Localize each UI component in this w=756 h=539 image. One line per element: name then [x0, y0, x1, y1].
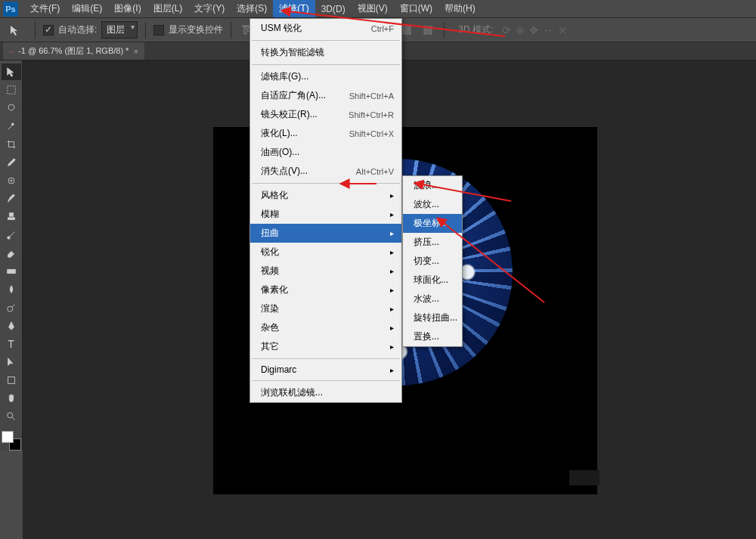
shape-tool[interactable]: [2, 372, 21, 389]
distort-submenu: 波浪... 波纹... 极坐标... 挤压... 切变... 球面化... 水波…: [402, 175, 463, 347]
filter-vanishing-point[interactable]: 消失点(V)...Alt+Ctrl+V: [250, 162, 401, 181]
filter-last[interactable]: USM 锐化 Ctrl+F: [250, 19, 401, 38]
divider: [35, 22, 36, 39]
filter-convert-smart[interactable]: 转换为智能滤镜: [250, 43, 401, 62]
distort-displace[interactable]: 置换...: [403, 327, 462, 346]
svg-rect-27: [7, 86, 15, 94]
close-tab-icon[interactable]: ×: [133, 47, 138, 56]
zoom-3d-icon[interactable]: ⤧: [558, 24, 567, 36]
healing-tool[interactable]: [2, 172, 21, 189]
pan-3d-icon[interactable]: ✥: [529, 24, 538, 36]
svg-rect-32: [7, 269, 15, 273]
distort-shear[interactable]: 切变...: [403, 252, 462, 271]
menu-3d[interactable]: 3D(D): [315, 2, 352, 17]
show-transform-label: 显示变换控件: [169, 23, 223, 36]
svg-point-31: [7, 237, 10, 240]
gradient-tool[interactable]: [2, 263, 21, 280]
slide-3d-icon[interactable]: ↔: [543, 24, 553, 36]
menu-filter[interactable]: 滤镜(T): [273, 0, 314, 17]
svg-rect-34: [8, 377, 14, 384]
filter-video[interactable]: 视频: [250, 262, 401, 280]
menu-type[interactable]: 文字(Y): [188, 0, 231, 17]
eyedropper-tool[interactable]: [2, 154, 21, 171]
filter-digimarc[interactable]: Digimarc: [250, 361, 401, 378]
show-transform-checkbox[interactable]: [153, 25, 164, 36]
blur-tool[interactable]: [2, 281, 21, 298]
mode3d-icons: ⟳ ⊕ ✥ ↔ ⤧: [502, 24, 567, 36]
filter-stylize[interactable]: 风格化: [250, 186, 401, 205]
document-tab[interactable]: ·· -1 @ 66.7% (图层 1, RGB/8) * ×: [3, 42, 144, 60]
menu-help[interactable]: 帮助(H): [438, 0, 482, 17]
menu-layer[interactable]: 图层(L): [147, 0, 189, 17]
doc-tab-title: -1 @ 66.7% (图层 1, RGB/8) *: [18, 45, 129, 57]
roll-3d-icon[interactable]: ⊕: [516, 24, 525, 36]
canvas-shadow: [569, 470, 600, 485]
divider: [145, 22, 146, 39]
type-tool[interactable]: T: [2, 336, 21, 352]
divider: [444, 22, 445, 39]
doc-tab-indicator: ··: [9, 47, 14, 56]
filter-other[interactable]: 其它: [250, 337, 401, 356]
menu-edit[interactable]: 编辑(E): [66, 0, 108, 17]
menu-select[interactable]: 选择(S): [231, 0, 273, 17]
marquee-tool[interactable]: [2, 82, 21, 98]
svg-rect-25: [424, 29, 432, 31]
menubar: Ps 文件(F) 编辑(E) 图像(I) 图层(L) 文字(Y) 选择(S) 滤…: [0, 0, 756, 18]
filter-lens-correction[interactable]: 镜头校正(R)...Shift+Ctrl+R: [250, 105, 401, 124]
brush-tool[interactable]: [2, 191, 21, 207]
tools-panel: T: [0, 60, 23, 451]
filter-sharpen[interactable]: 锐化: [250, 243, 401, 262]
filter-render[interactable]: 渲染: [250, 299, 401, 318]
auto-select-target-dropdown[interactable]: 图层: [101, 21, 138, 39]
svg-rect-29: [9, 213, 13, 216]
filter-noise[interactable]: 杂色: [250, 318, 401, 337]
eraser-tool[interactable]: [2, 245, 21, 262]
svg-rect-30: [8, 218, 14, 220]
filter-gallery[interactable]: 滤镜库(G)...: [250, 67, 401, 86]
distort-zigzag[interactable]: 水波...: [403, 290, 462, 308]
filter-liquify[interactable]: 液化(L)...Shift+Ctrl+X: [250, 124, 401, 143]
distort-wave[interactable]: 波浪...: [403, 176, 462, 195]
svg-point-35: [7, 413, 12, 418]
move-tool-icon: [3, 20, 27, 40]
filter-pixelate[interactable]: 像素化: [250, 280, 401, 299]
svg-rect-21: [403, 26, 411, 28]
svg-rect-22: [403, 29, 411, 31]
filter-blur[interactable]: 模糊: [250, 205, 401, 224]
distort-twirl[interactable]: 旋转扭曲...: [403, 308, 462, 327]
distort-polar[interactable]: 极坐标...: [403, 214, 462, 233]
orbit-3d-icon[interactable]: ⟳: [502, 24, 511, 36]
auto-select-checkbox[interactable]: [43, 25, 54, 36]
pen-tool[interactable]: [2, 318, 21, 334]
menu-image[interactable]: 图像(I): [108, 0, 147, 17]
menu-window[interactable]: 窗口(W): [394, 0, 438, 17]
auto-select-label: 自动选择:: [58, 23, 97, 36]
zoom-tool[interactable]: [2, 408, 21, 425]
path-select-tool[interactable]: [2, 354, 21, 370]
stamp-tool[interactable]: [2, 209, 21, 225]
foreground-color-swatch[interactable]: [2, 431, 14, 443]
history-brush-tool[interactable]: [2, 227, 21, 243]
distort-pinch[interactable]: 挤压...: [403, 233, 462, 252]
lasso-tool[interactable]: [2, 100, 21, 116]
menu-view[interactable]: 视图(V): [352, 0, 394, 17]
filter-oilpaint[interactable]: 油画(O)...: [250, 143, 401, 162]
filter-adaptive-wide[interactable]: 自适应广角(A)...Shift+Ctrl+A: [250, 86, 401, 105]
divider: [231, 22, 231, 39]
svg-rect-1: [244, 28, 246, 34]
distort-ripple[interactable]: 波纹...: [403, 195, 462, 214]
crop-tool[interactable]: [2, 136, 21, 153]
menu-file[interactable]: 文件(F): [24, 0, 66, 17]
color-swatches[interactable]: [2, 431, 21, 451]
distort-spherize[interactable]: 球面化...: [403, 271, 462, 290]
filter-distort[interactable]: 扭曲: [250, 224, 401, 243]
svg-rect-23: [403, 33, 411, 34]
filter-menu: USM 锐化 Ctrl+F 转换为智能滤镜 滤镜库(G)... 自适应广角(A)…: [249, 18, 402, 403]
hand-tool[interactable]: [2, 390, 21, 407]
distribute-bottom-icon[interactable]: [420, 22, 436, 39]
wand-tool[interactable]: [2, 118, 21, 135]
mode3d-label: 3D 模式:: [458, 23, 493, 36]
filter-browse-online[interactable]: 浏览联机滤镜...: [250, 383, 401, 402]
move-tool[interactable]: [2, 64, 21, 80]
dodge-tool[interactable]: [2, 299, 21, 316]
